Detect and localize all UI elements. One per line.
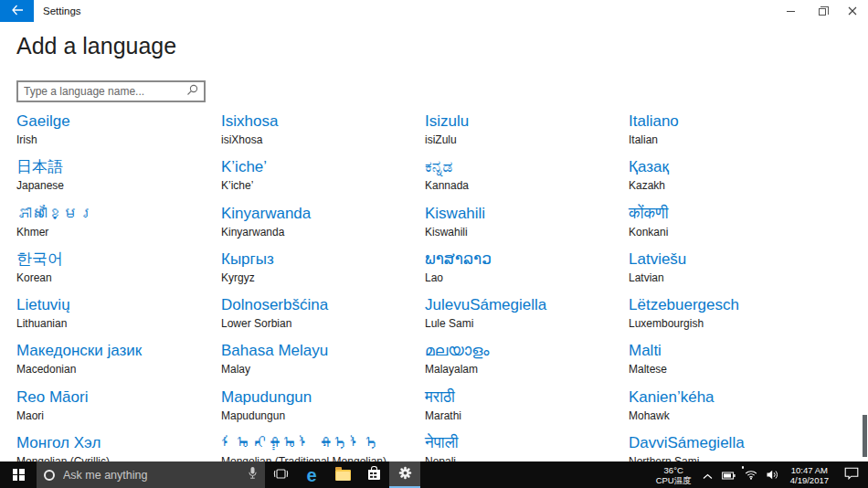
language-item[interactable]: ភាសាខ្មែរKhmer bbox=[16, 204, 221, 249]
language-item[interactable]: KiswahiliKiswahili bbox=[425, 204, 629, 249]
language-native-name[interactable]: Reo Māori bbox=[16, 387, 221, 407]
language-native-name[interactable]: Malti bbox=[629, 341, 835, 360]
language-item[interactable]: Македонски јазикMacedonian bbox=[16, 341, 221, 387]
action-center-icon bbox=[844, 467, 859, 483]
battery-button[interactable] bbox=[717, 461, 740, 488]
language-english-name: Irish bbox=[16, 133, 221, 146]
wifi-button[interactable] bbox=[740, 461, 762, 488]
language-item[interactable]: Kanien’kéhaMohawk bbox=[629, 387, 835, 433]
language-item[interactable]: GaeilgeIrish bbox=[16, 111, 221, 157]
language-native-name[interactable]: ಕನ್ನಡ bbox=[425, 157, 629, 176]
minimize-button[interactable] bbox=[775, 0, 806, 22]
language-item[interactable]: ಕನ್ನಡKannada bbox=[425, 157, 629, 203]
start-button[interactable] bbox=[0, 461, 37, 488]
language-item[interactable]: मराठीMarathi bbox=[425, 387, 629, 433]
language-item[interactable]: IsizuluisiZulu bbox=[425, 111, 629, 157]
cpu-temp-widget[interactable]: 36°C CPU温度 bbox=[650, 461, 698, 488]
language-native-name[interactable]: Монгол Хэл bbox=[16, 433, 221, 452]
language-native-name[interactable]: 한국어 bbox=[16, 249, 221, 269]
window-controls bbox=[775, 0, 868, 22]
language-native-name[interactable]: Kanien’kéha bbox=[629, 387, 835, 407]
language-native-name[interactable]: Italiano bbox=[629, 111, 835, 131]
language-item[interactable]: MapudungunMapudungun bbox=[221, 387, 425, 433]
volume-button[interactable] bbox=[762, 461, 784, 488]
language-english-name: Kiswahili bbox=[425, 226, 629, 239]
language-native-name[interactable]: Gaeilge bbox=[16, 111, 221, 131]
language-item[interactable]: LatviešuLatvian bbox=[629, 249, 835, 295]
language-item[interactable]: LietuviųLithuanian bbox=[16, 295, 221, 341]
language-native-name[interactable]: Македонски јазик bbox=[16, 341, 221, 360]
language-native-name[interactable]: 日本語 bbox=[16, 157, 221, 176]
language-native-name[interactable]: मराठी bbox=[425, 387, 629, 407]
language-native-name[interactable]: Isixhosa bbox=[221, 111, 425, 131]
restore-button[interactable] bbox=[806, 0, 837, 22]
cortana-search-box[interactable]: Ask me anything bbox=[37, 461, 265, 488]
task-view-button[interactable] bbox=[265, 461, 296, 488]
language-item[interactable]: 日本語Japanese bbox=[16, 157, 221, 203]
language-item[interactable]: Reo MāoriMaori bbox=[16, 387, 221, 433]
language-english-name: Kyrgyz bbox=[221, 271, 425, 284]
action-center-button[interactable] bbox=[835, 461, 868, 488]
language-item[interactable]: ItalianoItalian bbox=[629, 111, 835, 157]
language-native-name[interactable]: ພາສາລາວ bbox=[425, 249, 629, 269]
language-english-name: Luxembourgish bbox=[629, 317, 835, 330]
tray-time: 10:47 AM bbox=[791, 465, 828, 475]
language-english-name: K’iche’ bbox=[221, 179, 425, 192]
language-native-name[interactable]: DavviSámegiella bbox=[629, 433, 835, 452]
language-item[interactable]: Bahasa MelayuMalay bbox=[221, 341, 425, 387]
language-native-name[interactable]: Kinyarwanda bbox=[221, 204, 425, 223]
language-english-name: Italian bbox=[629, 133, 835, 146]
store-button[interactable] bbox=[358, 461, 389, 488]
language-item[interactable]: LëtzebuergeschLuxembourgish bbox=[629, 295, 835, 341]
back-button[interactable] bbox=[0, 0, 34, 22]
language-native-name[interactable]: Isizulu bbox=[425, 111, 629, 131]
close-button[interactable] bbox=[837, 0, 868, 22]
tray-overflow-button[interactable] bbox=[698, 461, 717, 488]
language-item[interactable]: ҚазақKazakh bbox=[629, 157, 835, 203]
language-native-name[interactable]: Кыргыз bbox=[221, 249, 425, 269]
scrollbar-thumb[interactable] bbox=[863, 415, 867, 457]
task-view-icon bbox=[273, 467, 289, 483]
language-native-name[interactable]: ᠮᠣᠩᠭᠣᠯ ᠬᠡᠯᠡ bbox=[221, 433, 425, 452]
language-english-name: Lule Sami bbox=[425, 317, 629, 330]
language-item[interactable]: 한국어Korean bbox=[16, 249, 221, 295]
language-native-name[interactable]: ភាសាខ្មែរ bbox=[16, 204, 221, 223]
language-item[interactable]: MaltiMaltese bbox=[629, 341, 835, 387]
language-native-name[interactable]: Kiswahili bbox=[425, 204, 629, 223]
language-native-name[interactable]: K’iche’ bbox=[221, 157, 425, 176]
language-native-name[interactable]: नेपाली bbox=[425, 433, 629, 452]
language-native-name[interactable]: Lietuvių bbox=[16, 295, 221, 314]
language-item[interactable]: КыргызKyrgyz bbox=[221, 249, 425, 295]
settings-app-button[interactable] bbox=[389, 461, 420, 488]
microphone-icon[interactable] bbox=[248, 466, 258, 483]
language-native-name[interactable]: Lëtzebuergesch bbox=[629, 295, 835, 314]
language-search-input[interactable] bbox=[18, 85, 186, 98]
language-native-name[interactable]: Bahasa Melayu bbox=[221, 341, 425, 360]
language-item[interactable]: ພາສາລາວLao bbox=[425, 249, 629, 295]
language-search-box[interactable] bbox=[16, 80, 206, 102]
language-english-name: Lower Sorbian bbox=[221, 317, 425, 330]
language-item[interactable]: KinyarwandaKinyarwanda bbox=[221, 204, 425, 249]
language-native-name[interactable]: Mapudungun bbox=[221, 387, 425, 407]
language-item[interactable]: K’iche’K’iche’ bbox=[221, 157, 425, 203]
language-item[interactable]: कोंकणीKonkani bbox=[629, 204, 835, 249]
search-icon[interactable] bbox=[186, 83, 198, 100]
language-native-name[interactable]: कोंकणी bbox=[629, 204, 835, 223]
language-native-name[interactable]: മലയാളം bbox=[425, 341, 629, 360]
language-item[interactable]: DolnoserbšćinaLower Sorbian bbox=[221, 295, 425, 341]
language-item[interactable]: മലയാളംMalayalam bbox=[425, 341, 629, 387]
file-explorer-button[interactable] bbox=[327, 461, 358, 488]
language-english-name: Korean bbox=[16, 271, 221, 284]
language-native-name[interactable]: Қазақ bbox=[629, 157, 835, 176]
language-item[interactable]: JulevuSámegiellaLule Sami bbox=[425, 295, 629, 341]
language-native-name[interactable]: Dolnoserbšćina bbox=[221, 295, 425, 314]
edge-browser-button[interactable]: e bbox=[296, 461, 327, 488]
cpu-temp-value: 36°C bbox=[664, 465, 683, 475]
language-item[interactable]: IsixhosaisiXhosa bbox=[221, 111, 425, 157]
restore-icon bbox=[819, 8, 826, 16]
language-native-name[interactable]: JulevuSámegiella bbox=[425, 295, 629, 314]
language-english-name: Maori bbox=[16, 409, 221, 422]
titlebar: Settings bbox=[0, 0, 868, 22]
language-native-name[interactable]: Latviešu bbox=[629, 249, 835, 269]
clock-widget[interactable]: 10:47 AM 4/19/2017 bbox=[784, 461, 835, 488]
